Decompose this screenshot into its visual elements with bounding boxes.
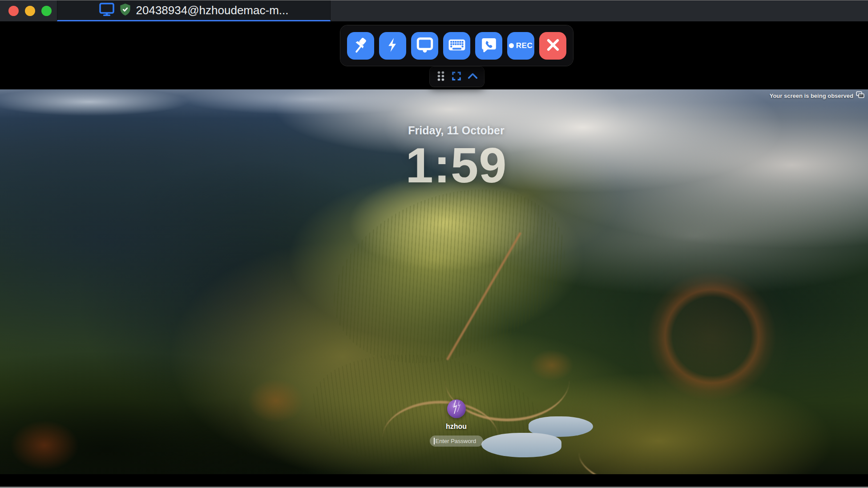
record-dot [509, 43, 514, 48]
record-label: REC [516, 41, 533, 50]
text-caret [434, 438, 435, 444]
close-window-button[interactable] [8, 6, 19, 16]
zoom-window-button[interactable] [41, 6, 52, 16]
keyboard-icon [448, 37, 466, 54]
password-input[interactable] [430, 436, 483, 447]
session-tab[interactable]: 20438934@hzhoudemac-m... [57, 0, 331, 21]
phone-chat-icon [480, 36, 497, 55]
login-panel: hzhou [44, 399, 868, 447]
screen-observed-notice: Your screen is being observed [770, 91, 864, 100]
lock-screen-datetime: Friday, 11 October 1:59 [44, 124, 868, 190]
screen-observed-text: Your screen is being observed [770, 93, 853, 99]
user-name: hzhou [446, 423, 467, 431]
minimize-window-button[interactable] [25, 6, 35, 16]
virtual-keyboard-button[interactable] [443, 32, 470, 60]
fullscreen-icon[interactable] [451, 70, 462, 84]
display-settings-button[interactable] [411, 32, 438, 60]
session-tab-title: 20438934@hzhoudemac-m... [136, 4, 289, 17]
traffic-lights [8, 0, 52, 21]
remote-control-toolbar: REC [340, 25, 573, 66]
password-field-wrapper [430, 436, 483, 447]
display-icon [99, 3, 114, 18]
disconnect-button[interactable] [539, 32, 566, 60]
performance-button[interactable] [379, 32, 406, 60]
close-x-icon [545, 36, 561, 55]
pin-icon [352, 36, 369, 55]
drag-handle-dots-icon[interactable] [436, 70, 446, 84]
lightning-icon [384, 36, 401, 55]
lock-screen-clock: 1:59 [44, 141, 868, 190]
monitor-icon [416, 36, 434, 55]
lock-screen-date: Friday, 11 October [44, 124, 868, 137]
remote-screen-view[interactable]: Your screen is being observed Friday, 11… [0, 89, 868, 474]
user-avatar[interactable] [447, 399, 466, 418]
shield-check-icon [119, 3, 131, 18]
mirrored-screens-icon [856, 91, 864, 100]
collapse-chevron-up-icon[interactable] [467, 73, 478, 81]
record-dot-icon: REC [509, 41, 533, 50]
pin-toolbar-button[interactable] [347, 32, 374, 60]
record-button[interactable]: REC [507, 32, 534, 60]
toolbar-mini-bar [430, 67, 484, 87]
voice-call-button[interactable] [475, 32, 502, 60]
window-titlebar: 20438934@hzhoudemac-m... [0, 0, 868, 21]
